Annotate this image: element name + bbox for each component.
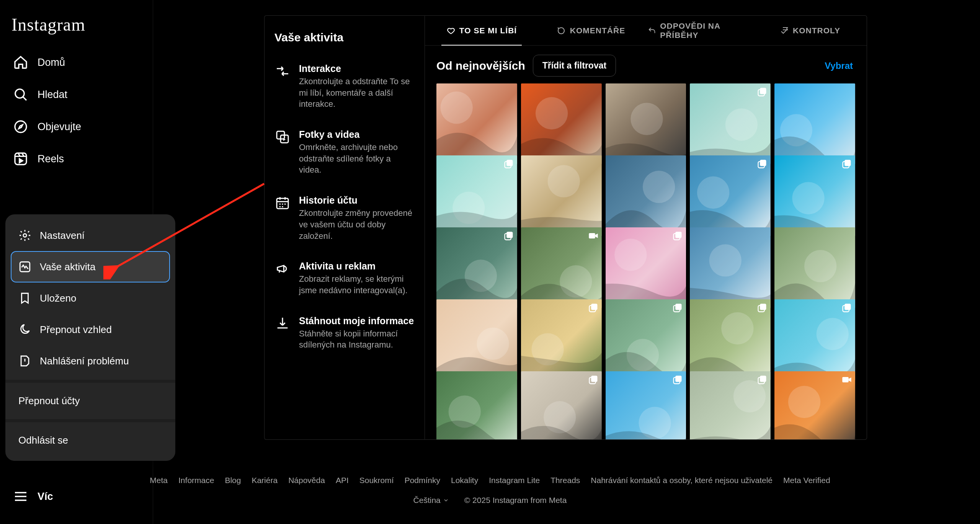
activity-option[interactable]: Fotky a videaOmrkněte, archivujte nebo o… [273,121,416,187]
nav-search[interactable]: Hledat [8,78,145,111]
video-badge-icon [588,230,599,241]
liked-post-thumb[interactable] [690,227,771,308]
liked-post-thumb[interactable] [436,371,517,439]
liked-post-thumb[interactable] [606,83,686,164]
nav-home[interactable]: Domů [8,46,145,78]
svg-rect-46 [676,232,682,238]
svg-rect-17 [760,88,766,94]
liked-post-thumb[interactable] [774,155,855,236]
chevron-down-icon [443,497,449,503]
video-badge-icon [841,374,852,385]
liked-post-thumb[interactable] [690,155,771,236]
activity-option-desc: Zkontrolujte a odstraňte To se mi líbí, … [299,76,415,110]
footer-link[interactable]: API [336,476,349,485]
liked-post-thumb[interactable] [774,227,855,308]
carousel-badge-icon [757,87,768,97]
footer-link[interactable]: Lokality [451,476,478,485]
liked-post-thumb[interactable] [436,227,517,308]
activity-option-desc: Stáhněte si kopii informací sdílených na… [299,328,415,351]
menu-label: Nastavení [40,230,85,242]
menu-switch-accounts[interactable]: Přepnout účty [11,386,170,416]
reels-icon [13,151,28,167]
liked-post-thumb[interactable] [690,299,771,380]
liked-post-thumb[interactable] [436,155,517,236]
footer-link[interactable]: Meta [150,476,168,485]
tab-comments[interactable]: KOMENTÁŘE [538,16,644,45]
svg-point-63 [722,312,754,344]
activity-icon [18,260,31,273]
menu-switch-theme[interactable]: Přepnout vzhled [11,314,170,345]
menu-settings[interactable]: Nastavení [11,220,170,251]
footer-link[interactable]: Meta Verified [783,476,830,485]
liked-post-thumb[interactable] [436,299,517,380]
language-selector[interactable]: Čeština [413,496,449,505]
menu-logout[interactable]: Odhlásit se [11,425,170,455]
tab-label: ODPOVĚDI NA PŘÍBĚHY [660,21,753,40]
liked-post-thumb[interactable] [436,83,517,164]
liked-post-thumb[interactable] [606,227,686,308]
tab-story-replies[interactable]: ODPOVĚDI NA PŘÍBĚHY [648,16,753,45]
liked-post-thumb[interactable] [521,83,602,164]
home-icon [13,55,28,70]
menu-label: Odhlásit se [18,434,68,446]
svg-rect-35 [844,160,851,166]
svg-point-3 [23,234,27,237]
svg-point-30 [697,176,729,209]
activity-option-title: Fotky a videa [299,129,415,140]
footer-link[interactable]: Kariéra [252,476,278,485]
svg-rect-23 [506,160,513,166]
activity-option[interactable]: Aktivita u reklamZobrazit reklamy, se kt… [273,253,416,307]
activity-option[interactable]: Stáhnout moje informaceStáhněte si kopii… [273,308,416,362]
footer-link[interactable]: Threads [550,476,580,485]
menu-saved[interactable]: Uloženo [11,282,170,314]
footer-link[interactable]: Informace [178,476,214,485]
search-icon [13,87,28,102]
liked-post-thumb[interactable] [606,155,686,236]
main-content: TO SE MI LÍBÍ KOMENTÁŘE ODPOVĚDI NA PŘÍB… [425,15,867,440]
compass-icon [13,119,28,134]
liked-post-thumb[interactable] [606,299,686,380]
svg-rect-64 [760,304,766,310]
activity-option[interactable]: InterakceZkontrolujte a odstraňte To se … [273,56,416,121]
footer-link[interactable]: Nápověda [288,476,325,485]
nav-explore[interactable]: Objevujte [8,111,145,143]
menu-label: Nahlášení problému [40,355,129,367]
svg-rect-82 [760,376,766,382]
carousel-badge-icon [672,230,683,241]
activity-option-desc: Omrkněte, archivujte nebo odstraňte sdíl… [299,142,415,176]
liked-post-thumb[interactable] [690,83,771,164]
activity-panel-title: Vaše aktivita [273,31,416,44]
sort-filter-button[interactable]: Třídit a filtrovat [533,55,616,77]
footer-link[interactable]: Blog [225,476,241,485]
nav-reels[interactable]: Reels [8,143,145,175]
tab-controls[interactable]: KONTROLY [757,16,863,45]
liked-post-thumb[interactable] [690,371,771,439]
liked-post-thumb[interactable] [606,371,686,439]
footer-link[interactable]: Nahrávání kontaktů a osoby, které nejsou… [591,476,773,485]
select-button[interactable]: Vybrat [822,60,855,72]
menu-label: Vaše aktivita [40,261,95,273]
activity-option-title: Stáhnout moje informace [299,315,415,326]
carousel-badge-icon [757,302,768,313]
tab-likes[interactable]: TO SE MI LÍBÍ [429,16,534,45]
svg-rect-68 [844,304,851,310]
menu-report-problem[interactable]: Nahlášení problému [11,345,170,377]
footer-link[interactable]: Podmínky [405,476,440,485]
liked-post-thumb[interactable] [521,299,602,380]
footer-link[interactable]: Instagram Lite [489,476,540,485]
footer-link[interactable]: Soukromí [359,476,394,485]
activity-option[interactable]: Historie účtuZkontrolujte změny proveden… [273,187,416,253]
nav-label: Hledat [38,89,67,101]
instagram-logo[interactable]: Instagram [11,15,145,35]
liked-post-thumb[interactable] [774,299,855,380]
liked-post-thumb[interactable] [774,371,855,439]
liked-post-thumb[interactable] [521,227,602,308]
tab-label: KOMENTÁŘE [570,26,625,35]
liked-post-thumb[interactable] [521,371,602,439]
language-label: Čeština [413,496,441,505]
activity-option-icon [274,63,291,79]
svg-point-1 [15,121,26,132]
liked-post-thumb[interactable] [521,155,602,236]
liked-post-thumb[interactable] [774,83,855,164]
menu-your-activity[interactable]: Vaše aktivita [11,251,170,282]
